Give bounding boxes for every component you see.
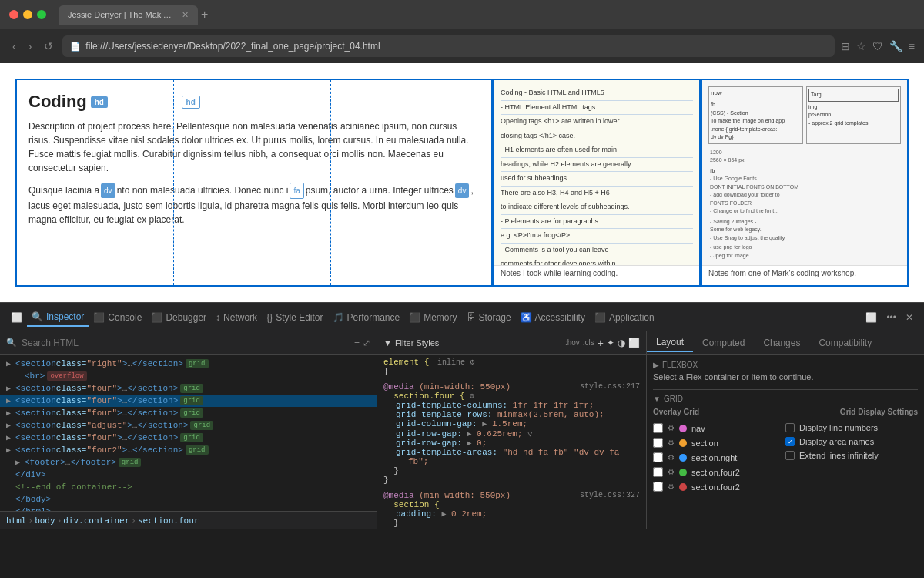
html-line-footer[interactable]: ▶ <footer>…</footer> grid bbox=[0, 456, 377, 469]
devtools-pick-button[interactable]: ⬜ bbox=[6, 309, 27, 326]
browser-actions: ⊟ ☆ 🛡 🔧 ≡ bbox=[841, 40, 915, 52]
tab-application[interactable]: ⬛ Application bbox=[590, 309, 659, 326]
close-button[interactable] bbox=[9, 10, 18, 19]
shield-icon[interactable]: 🛡 bbox=[872, 40, 883, 52]
tab-network[interactable]: ↕ Network bbox=[211, 309, 262, 326]
layout-tabs: Layout Computed Changes Compatibility bbox=[647, 331, 924, 355]
display-settings-label: Grid Display Settings bbox=[840, 408, 918, 416]
tab-inspector[interactable]: 🔍 Inspector bbox=[27, 308, 89, 327]
active-tab[interactable]: Jessie Denyer | The Making of the W ✕ bbox=[59, 5, 198, 25]
html-line-four-1[interactable]: ▶ <section class="four">…</section> grid bbox=[0, 382, 377, 395]
gear-icon-nav[interactable]: ⚙ bbox=[668, 424, 675, 432]
gear-icon-section[interactable]: ⚙ bbox=[668, 439, 675, 447]
reload-button[interactable]: ↺ bbox=[41, 37, 56, 55]
maximize-button[interactable] bbox=[37, 10, 46, 19]
color-dot-four2-2 bbox=[679, 483, 687, 491]
bookmark-icon[interactable]: ⊟ bbox=[841, 40, 850, 52]
checkbox-display-line-numbers[interactable] bbox=[785, 423, 795, 432]
url-bar[interactable]: 📄 file:///Users/jessiedenyer/Desktop/202… bbox=[62, 35, 834, 57]
memory-icon: ⬛ bbox=[409, 312, 420, 323]
back-button[interactable]: ‹ bbox=[9, 37, 19, 55]
debugger-icon: ⬛ bbox=[151, 312, 162, 323]
section-divider bbox=[653, 389, 918, 390]
extensions-icon[interactable]: 🔧 bbox=[889, 40, 902, 52]
breadcrumb: html › body › div.container › section.fo… bbox=[0, 511, 377, 529]
tab-layout[interactable]: Layout bbox=[647, 334, 693, 352]
tab-performance[interactable]: 🎵 Performance bbox=[328, 309, 405, 326]
overlay-grid-label: Overlay Grid bbox=[653, 408, 699, 416]
new-tab-button[interactable]: + bbox=[201, 8, 208, 22]
css-add-rule[interactable]: + bbox=[598, 337, 604, 349]
body-para-2: Quisque lacinia advnto non malesuada ult… bbox=[28, 183, 480, 227]
image-1-caption: Notes I took while learning coding. bbox=[494, 265, 699, 281]
devtools-more-button[interactable]: ••• bbox=[882, 309, 901, 326]
html-tree: ▶ <section class="right">…</section> gri… bbox=[0, 355, 377, 511]
tab-close-button[interactable]: ✕ bbox=[182, 10, 189, 20]
html-line-four-selected[interactable]: ▶ <section class="four">…</section> grid bbox=[0, 395, 377, 407]
grid-checkbox-four2-2[interactable] bbox=[653, 482, 663, 492]
tab-accessibility[interactable]: ♿ Accessibility bbox=[516, 309, 590, 326]
address-bar: ‹ › ↺ 📄 file:///Users/jessiedenyer/Deskt… bbox=[0, 29, 924, 63]
checkbox-extend-lines[interactable] bbox=[785, 451, 795, 460]
css-rules: element { inline ⚙ } @media (min-width: … bbox=[377, 355, 646, 529]
tab-memory[interactable]: ⬛ Memory bbox=[404, 309, 461, 326]
html-search-icons: + ⤢ bbox=[354, 338, 370, 348]
grid-checkbox-section[interactable] bbox=[653, 438, 663, 448]
gear-icon-four2-1[interactable]: ⚙ bbox=[668, 468, 675, 476]
css-class-toggle[interactable]: .cls bbox=[583, 338, 594, 347]
grid-display-settings: Display line numbers ✓ Display area name… bbox=[785, 421, 918, 494]
html-line-br[interactable]: <br> overflow bbox=[0, 370, 377, 382]
fa-label-1: fa bbox=[290, 183, 303, 199]
tab-storage[interactable]: 🗄 Storage bbox=[462, 309, 516, 326]
tab-compatibility[interactable]: Compatibility bbox=[809, 334, 881, 351]
html-line-comment: <!--end of container--> bbox=[0, 481, 377, 493]
tab-style-editor[interactable]: {} Style Editor bbox=[262, 309, 327, 326]
hd-label-1: hd bbox=[91, 96, 108, 108]
filter-icon: ▼ bbox=[383, 338, 392, 348]
devtools-expand-button[interactable]: ⬜ bbox=[861, 309, 882, 326]
notebook-image-1: Coding - Basic HTML and HTML5 - HTML Ele… bbox=[494, 80, 699, 265]
css-rule-media-1: @media (min-width: 550px) style.css:217 … bbox=[383, 382, 640, 485]
gear-icon-four2-2[interactable]: ⚙ bbox=[668, 482, 675, 491]
tab-computed[interactable]: Computed bbox=[693, 334, 754, 351]
menu-icon[interactable]: ≡ bbox=[909, 40, 915, 52]
css-toggle-mode[interactable]: ◑ bbox=[618, 338, 625, 348]
add-node-icon[interactable]: + bbox=[354, 338, 360, 348]
image-2-caption: Notes from one of Mark's coding workshop… bbox=[702, 265, 907, 281]
tab-changes[interactable]: Changes bbox=[754, 334, 809, 351]
css-hover-toggle[interactable]: :hov bbox=[565, 338, 580, 347]
setting-extend-lines: Extend lines infinitely bbox=[785, 449, 918, 462]
css-copy[interactable]: ⬜ bbox=[628, 338, 640, 348]
html-line-section-right[interactable]: ▶ <section class="right">…</section> gri… bbox=[0, 358, 377, 370]
checkbox-display-area-names[interactable]: ✓ bbox=[785, 437, 795, 446]
tab-debugger[interactable]: ⬛ Debugger bbox=[146, 309, 211, 326]
application-icon: ⬛ bbox=[594, 312, 606, 323]
star-icon[interactable]: ☆ bbox=[856, 40, 866, 52]
pick-element-icon[interactable]: ⤢ bbox=[363, 338, 370, 348]
devtools-close-button[interactable]: ✕ bbox=[901, 309, 918, 326]
minimize-button[interactable] bbox=[23, 10, 32, 19]
css-filter-label: Filter Styles bbox=[395, 338, 562, 348]
gear-icon-section-right[interactable]: ⚙ bbox=[668, 453, 675, 462]
css-light-mode[interactable]: ✦ bbox=[607, 338, 614, 348]
devtools-body: 🔍 + ⤢ ▶ <section class="right">…</sectio… bbox=[0, 331, 924, 529]
color-dot-four2-1 bbox=[679, 469, 687, 476]
html-search-input[interactable] bbox=[22, 338, 350, 348]
grid-line-1 bbox=[173, 80, 174, 285]
css-panel: ▼ Filter Styles :hov .cls + ✦ ◑ ⬜ elemen… bbox=[377, 331, 647, 529]
flexbox-header: ▶ FLEXBOX bbox=[653, 361, 918, 369]
css-toolbar: ▼ Filter Styles :hov .cls + ✦ ◑ ⬜ bbox=[377, 331, 646, 355]
setting-display-area-names: ✓ Display area names bbox=[785, 435, 918, 449]
html-line-four-2[interactable]: ▶ <section class="four">…</section> grid bbox=[0, 407, 377, 419]
html-line-four2[interactable]: ▶ <section class="four2">…</section> gri… bbox=[0, 444, 377, 456]
grid-checkbox-nav[interactable] bbox=[653, 423, 663, 433]
grid-checkbox-section-right[interactable] bbox=[653, 452, 663, 462]
notebook-image-2: now fb (CSS) - Section To make the image… bbox=[702, 80, 907, 265]
image-panel-2: now fb (CSS) - Section To make the image… bbox=[701, 79, 909, 287]
grid-checkbox-four2-1[interactable] bbox=[653, 467, 663, 477]
html-line-four-3[interactable]: ▶ <section class="four">…</section> grid bbox=[0, 432, 377, 444]
html-line-adjust[interactable]: ▶ <section class="adjust">…</section> gr… bbox=[0, 419, 377, 432]
grid-overlay-header: Overlay Grid Grid Display Settings bbox=[653, 408, 918, 416]
forward-button[interactable]: › bbox=[25, 37, 35, 55]
tab-console[interactable]: ⬛ Console bbox=[89, 309, 146, 326]
